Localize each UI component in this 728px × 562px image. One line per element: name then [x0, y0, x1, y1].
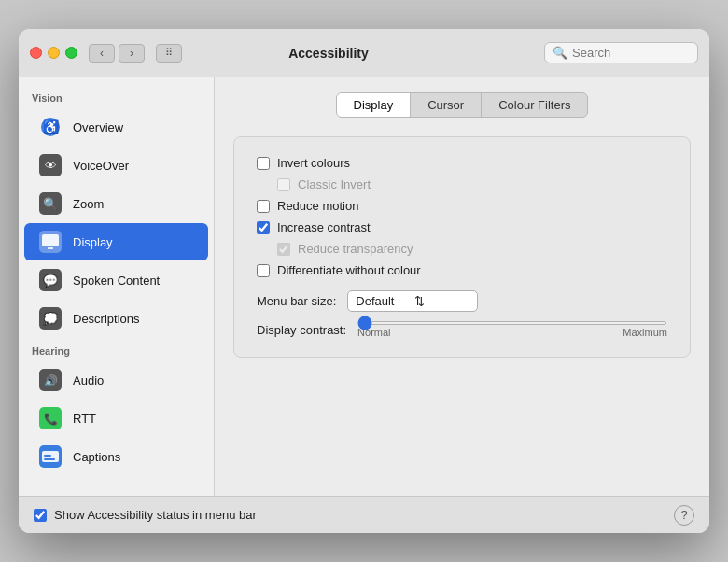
slider-max-label: Maximum	[623, 327, 667, 338]
tab-display[interactable]: Display	[337, 93, 412, 117]
contrast-slider[interactable]	[357, 321, 667, 325]
display-content: Invert colours Classic Invert Reduce mot…	[233, 136, 691, 358]
bottom-bar: Show Accessibility status in menu bar ?	[19, 496, 709, 533]
classic-invert-checkbox	[277, 178, 290, 191]
rtt-label: RTT	[73, 412, 96, 426]
increase-contrast-checkbox[interactable]	[257, 221, 270, 234]
rtt-icon: 📞	[37, 405, 63, 431]
differentiate-row: Differentiate without colour	[257, 263, 667, 277]
zoom-icon: 🔍	[37, 190, 63, 217]
close-button[interactable]	[30, 47, 42, 59]
svg-rect-8	[48, 247, 53, 249]
svg-text:👁: 👁	[45, 159, 57, 173]
svg-text:♿: ♿	[43, 119, 60, 135]
sidebar-item-rtt[interactable]: 📞 RTT	[24, 400, 208, 437]
right-panel: Display Cursor Colour Filters Invert col…	[215, 77, 709, 496]
minimize-button[interactable]	[48, 47, 60, 59]
tab-colour-filters[interactable]: Colour Filters	[482, 93, 587, 117]
search-input[interactable]	[572, 46, 693, 60]
svg-text:🔍: 🔍	[43, 196, 59, 212]
slider-min-label: Normal	[357, 327, 390, 338]
differentiate-label[interactable]: Differentiate without colour	[277, 263, 421, 277]
sidebar-item-zoom[interactable]: 🔍 Zoom	[24, 185, 208, 222]
slider-labels: Normal Maximum	[357, 327, 667, 338]
captions-label: Captions	[73, 450, 120, 464]
captions-icon	[37, 443, 63, 470]
display-label: Display	[73, 235, 113, 249]
descriptions-label: Descriptions	[73, 312, 140, 326]
svg-rect-20	[44, 458, 55, 460]
display-icon	[37, 229, 63, 255]
svg-text:📞: 📞	[44, 412, 58, 426]
menu-bar-size-label: Menu bar size:	[257, 294, 336, 308]
hearing-section-label: Hearing	[19, 338, 214, 360]
status-bar-checkbox[interactable]	[34, 509, 47, 522]
sidebar-item-overview[interactable]: ♿ Overview	[24, 108, 208, 146]
select-arrow-icon: ⇅	[414, 294, 469, 308]
main-content: Vision ♿ Overview 👁 VoiceOver	[19, 77, 709, 496]
svg-text:💬: 💬	[43, 273, 59, 288]
voiceover-label: VoiceOver	[73, 159, 129, 173]
spoken-content-icon: 💬	[37, 267, 63, 293]
zoom-label: Zoom	[73, 197, 104, 211]
traffic-lights	[30, 47, 77, 59]
spoken-content-label: Spoken Content	[73, 274, 160, 288]
increase-contrast-row: Increase contrast	[257, 220, 667, 234]
invert-colours-label[interactable]: Invert colours	[277, 156, 350, 170]
reduce-motion-checkbox[interactable]	[257, 200, 270, 213]
maximize-button[interactable]	[65, 47, 77, 59]
svg-rect-19	[44, 455, 51, 457]
sidebar-item-descriptions[interactable]: 💭 Descriptions	[24, 300, 208, 337]
tab-group: Display Cursor Colour Filters	[336, 92, 589, 118]
reduce-transparency-row: Reduce transparency	[277, 242, 667, 256]
svg-text:🔊: 🔊	[44, 373, 58, 387]
overview-label: Overview	[73, 120, 123, 134]
menu-bar-size-row: Menu bar size: Default ⇅	[257, 290, 667, 312]
svg-rect-7	[42, 234, 59, 246]
reduce-motion-label[interactable]: Reduce motion	[277, 199, 358, 213]
svg-text:💭: 💭	[43, 311, 59, 327]
invert-colours-row: Invert colours	[257, 156, 667, 170]
display-contrast-row: Display contrast: Normal Maximum	[257, 321, 667, 338]
sidebar-item-audio[interactable]: 🔊 Audio	[24, 361, 208, 399]
status-bar-row: Show Accessibility status in menu bar	[34, 508, 666, 522]
display-contrast-label: Display contrast:	[257, 323, 346, 337]
descriptions-icon: 💭	[37, 305, 63, 331]
sidebar-item-voiceover[interactable]: 👁 VoiceOver	[24, 147, 208, 184]
sidebar: Vision ♿ Overview 👁 VoiceOver	[19, 77, 215, 496]
classic-invert-label: Classic Invert	[298, 177, 371, 191]
help-button[interactable]: ?	[674, 505, 694, 526]
differentiate-checkbox[interactable]	[257, 264, 270, 277]
status-bar-label[interactable]: Show Accessibility status in menu bar	[54, 508, 257, 522]
search-icon: 🔍	[553, 46, 567, 60]
main-window: ‹ › ⠿ Accessibility 🔍 Vision ♿ Overview	[19, 29, 709, 533]
window-title: Accessibility	[120, 46, 537, 61]
increase-contrast-label[interactable]: Increase contrast	[277, 220, 371, 234]
menu-bar-size-select[interactable]: Default ⇅	[347, 290, 478, 312]
invert-colours-checkbox[interactable]	[257, 157, 270, 170]
audio-icon: 🔊	[37, 367, 63, 393]
classic-invert-row: Classic Invert	[277, 177, 667, 191]
reduce-transparency-checkbox	[277, 243, 290, 256]
voiceover-icon: 👁	[37, 152, 63, 178]
sidebar-item-spoken-content[interactable]: 💬 Spoken Content	[24, 261, 208, 299]
reduce-transparency-label: Reduce transparency	[298, 242, 413, 256]
audio-label: Audio	[73, 373, 104, 387]
tab-bar: Display Cursor Colour Filters	[233, 92, 691, 118]
vision-section-label: Vision	[19, 85, 214, 107]
overview-icon: ♿	[37, 114, 63, 140]
menu-bar-size-value: Default	[356, 294, 411, 308]
back-button[interactable]: ‹	[89, 44, 115, 63]
tab-cursor[interactable]: Cursor	[411, 93, 482, 117]
sidebar-item-captions[interactable]: Captions	[24, 438, 208, 475]
titlebar: ‹ › ⠿ Accessibility 🔍	[19, 29, 709, 77]
sidebar-item-display[interactable]: Display	[24, 223, 208, 260]
search-bar[interactable]: 🔍	[544, 42, 698, 63]
contrast-slider-container: Normal Maximum	[357, 321, 667, 338]
reduce-motion-row: Reduce motion	[257, 199, 667, 213]
